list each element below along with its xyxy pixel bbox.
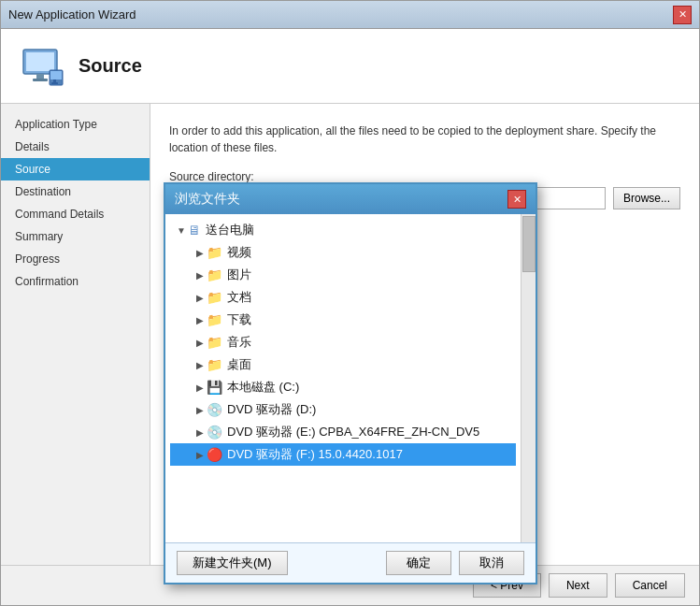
drive-icon: 💾 [207,380,222,395]
dialog-footer-right: 确定 取消 [386,551,524,575]
source-directory-label: Source directory: [169,170,680,183]
list-item[interactable]: ▶ 📁 下载 [170,309,516,331]
sidebar-item-confirmation[interactable]: Confirmation [1,270,150,293]
folder-icon: 📁 [207,245,222,260]
svg-rect-6 [53,79,56,82]
tree-item-label: DVD 驱动器 (D:) [227,401,316,418]
svg-rect-2 [36,74,44,79]
wizard-sidebar: Application Type Details Source Destinat… [1,104,150,565]
tree-item-label: 下载 [227,311,251,328]
folder-icon: 📁 [207,312,222,327]
expand-arrow: ▶ [193,338,207,348]
folder-icon: 📁 [207,357,222,372]
sidebar-item-progress[interactable]: Progress [1,248,150,270]
tree-item-label: 桌面 [227,356,251,373]
sidebar-item-summary[interactable]: Summary [1,225,150,248]
tree-root-label: 送台电脑 [206,222,254,238]
svg-rect-1 [26,52,54,71]
wizard-header: Source [1,29,699,104]
dialog-close-button[interactable]: ✕ [507,190,526,209]
list-item[interactable]: ▶ 📁 视频 [170,241,516,264]
list-item[interactable]: ▶ 💾 本地磁盘 (C:) [170,376,516,398]
svg-rect-5 [50,71,62,79]
wizard-header-icon [20,44,64,89]
tree-item-label: DVD 驱动器 (E:) CPBA_X64FRE_ZH-CN_DV5 [227,424,479,440]
expand-arrow: ▶ [193,293,207,303]
expand-arrow: ▶ [193,360,207,370]
scrollbar[interactable] [521,214,536,542]
list-item[interactable]: ▶ 📁 音乐 [170,331,516,354]
list-item[interactable]: ▶ 🔴 DVD 驱动器 (F:) 15.0.4420.1017 [170,443,516,466]
wizard-title: New Application Wizard [8,7,136,22]
dialog-cancel-button[interactable]: 取消 [459,551,524,575]
dialog-titlebar: 浏览文件夹 ✕ [165,184,536,214]
list-item[interactable]: ▶ 📁 桌面 [170,354,516,376]
folder-icon: 📁 [207,335,222,350]
sidebar-item-application-type[interactable]: Application Type [1,113,150,136]
list-item[interactable]: ▶ 📁 图片 [170,264,516,286]
dialog-ok-button[interactable]: 确定 [386,551,451,575]
expand-arrow: ▶ [193,248,207,258]
list-item[interactable]: ▶ 💿 DVD 驱动器 (E:) CPBA_X64FRE_ZH-CN_DV5 [170,421,516,443]
wizard-header-title: Source [79,55,142,77]
folder-icon: 📁 [207,290,222,305]
dvd-icon: 💿 [207,425,222,440]
dialog-title: 浏览文件夹 [175,191,240,208]
tree-item-label: 文档 [227,289,251,306]
folder-icon: 📁 [207,267,222,282]
expand-arrow: ▶ [193,270,207,281]
sidebar-item-source[interactable]: Source [1,158,150,180]
sidebar-item-destination[interactable]: Destination [1,180,150,203]
sidebar-item-details[interactable]: Details [1,136,150,158]
computer-icon: 🖥 [188,223,201,238]
file-browser-dialog: 浏览文件夹 ✕ ▼ 🖥 送台电脑 ▶ 📁 视频 ▶ [164,182,537,584]
wizard-close-button[interactable]: ✕ [673,6,692,24]
tree-item-label: DVD 驱动器 (F:) 15.0.4420.1017 [227,446,403,463]
content-description: In order to add this application, all th… [169,123,680,156]
expand-arrow: ▼ [175,225,188,236]
expand-arrow: ▶ [193,405,207,415]
tree-item-label: 图片 [227,267,251,283]
tree-item-label: 音乐 [227,334,251,351]
list-item[interactable]: ▶ 💿 DVD 驱动器 (D:) [170,398,516,421]
tree-item-label: 视频 [227,244,251,261]
tree-item-label: 本地磁盘 (C:) [227,379,299,396]
list-item[interactable]: ▶ 📁 文档 [170,286,516,309]
dialog-footer: 新建文件夹(M) 确定 取消 [165,542,536,583]
tree-container[interactable]: ▼ 🖥 送台电脑 ▶ 📁 视频 ▶ 📁 图片 ▶ 📁 [165,214,521,542]
sidebar-item-command-details[interactable]: Command Details [1,203,150,225]
svg-rect-3 [33,79,48,81]
expand-arrow: ▶ [193,382,207,393]
office-icon: 🔴 [207,447,222,462]
browse-button[interactable]: Browse... [613,187,680,209]
tree-root[interactable]: ▼ 🖥 送台电脑 [170,219,516,241]
next-button[interactable]: Next [549,573,607,598]
dialog-body: ▼ 🖥 送台电脑 ▶ 📁 视频 ▶ 📁 图片 ▶ 📁 [165,214,536,542]
expand-arrow: ▶ [193,450,207,460]
svg-rect-7 [51,82,58,84]
scrollbar-thumb[interactable] [522,216,536,272]
expand-arrow: ▶ [193,315,207,325]
cancel-button[interactable]: Cancel [615,573,685,598]
expand-arrow: ▶ [193,427,207,438]
dvd-icon: 💿 [207,402,222,417]
new-folder-button[interactable]: 新建文件夹(M) [177,551,288,575]
wizard-titlebar: New Application Wizard ✕ [1,1,699,29]
